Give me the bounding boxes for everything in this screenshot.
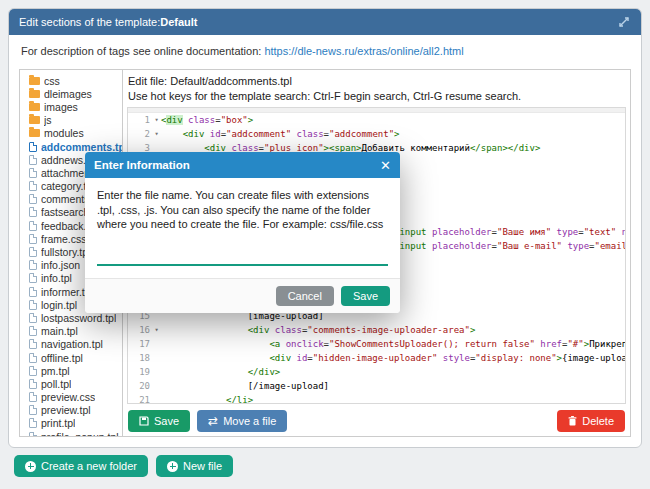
plus-circle-icon <box>167 461 178 472</box>
file-icon <box>29 234 37 244</box>
template-name: Default <box>160 16 197 28</box>
tree-item-css[interactable]: css <box>20 74 122 87</box>
tree-item-label: main.tpl <box>41 325 78 337</box>
code-text: <div class="comments-image-uploader-area… <box>161 323 625 337</box>
line-number: 18 <box>128 351 152 365</box>
fold-arrow-icon[interactable]: ▾ <box>152 113 161 127</box>
file-icon <box>29 181 37 191</box>
code-text: </li> <box>161 393 625 404</box>
fold-gutter <box>152 365 161 379</box>
file-icon <box>29 273 37 283</box>
documentation-note: For description of tags see online docum… <box>9 35 641 65</box>
modal-save-button[interactable]: Save <box>341 286 390 306</box>
modal-title: Enter Information <box>94 159 190 171</box>
file-icon <box>29 326 37 336</box>
folder-icon <box>29 129 40 137</box>
code-line-20: 20 [/image-upload] <box>128 379 625 393</box>
tree-item-label: preview.css <box>41 391 95 403</box>
tree-item-modules[interactable]: modules <box>20 127 122 140</box>
line-number: 20 <box>128 379 152 393</box>
line-number: 2 <box>128 127 152 141</box>
modal-footer: Cancel Save <box>85 278 400 313</box>
new-file-button[interactable]: New file <box>156 455 233 477</box>
tree-item-label: login.tpl <box>41 299 77 311</box>
file-icon <box>29 287 37 297</box>
file-icon <box>29 194 37 204</box>
fold-gutter <box>152 351 161 365</box>
plus-circle-icon <box>25 461 36 472</box>
tree-item-print.tpl[interactable]: print.tpl <box>20 417 122 430</box>
tree-item-label: info.json <box>41 259 80 271</box>
tree-item-label: frame.css <box>41 233 87 245</box>
code-line-16: 16▾ <div class="comments-image-uploader-… <box>128 323 625 337</box>
file-icon <box>29 313 37 323</box>
code-line-19: 19 </div> <box>128 365 625 379</box>
move-arrows-icon: ⇄ <box>208 416 218 426</box>
cancel-button[interactable]: Cancel <box>276 286 334 306</box>
modal-instructions: Enter the file name. You can create file… <box>97 188 388 232</box>
folder-icon <box>29 77 40 85</box>
footer-actions: Create a new folder New file <box>14 455 241 477</box>
code-text: <div class="box"> <box>161 113 625 127</box>
tree-item-preview.css[interactable]: preview.css <box>20 391 122 404</box>
fold-gutter <box>152 393 161 404</box>
create-folder-button[interactable]: Create a new folder <box>14 455 148 477</box>
doc-link[interactable]: https://dle-news.ru/extras/online/all2.h… <box>264 45 463 57</box>
tree-item-lostpassword.tpl[interactable]: lostpassword.tpl <box>20 311 122 324</box>
line-number: 21 <box>128 393 152 404</box>
delete-file-button[interactable]: Delete <box>557 410 625 432</box>
tree-item-label: profile_popup.tpl <box>41 431 119 436</box>
fold-arrow-icon[interactable]: ▾ <box>152 127 161 141</box>
save-file-button[interactable]: Save <box>128 410 190 432</box>
tree-item-dleimages[interactable]: dleimages <box>20 87 122 100</box>
file-icon <box>29 300 37 310</box>
hotkeys-note: Use hot keys for the template search: Ct… <box>123 87 630 104</box>
tree-item-label: images <box>44 101 78 113</box>
tree-item-js[interactable]: js <box>20 114 122 127</box>
tree-item-label: info.tpl <box>41 272 72 284</box>
card-header: Edit sections of the template: Default <box>9 9 641 35</box>
file-icon <box>29 221 37 231</box>
code-line-17: 17 <a onclick="ShowCommentsUploader(); r… <box>128 337 625 351</box>
tree-item-label: lostpassword.tpl <box>41 312 116 324</box>
tree-item-images[interactable]: images <box>20 100 122 113</box>
file-icon <box>29 366 37 376</box>
file-icon <box>29 418 37 428</box>
tree-item-navigation.tpl[interactable]: navigation.tpl <box>20 338 122 351</box>
folder-icon <box>29 116 40 124</box>
tree-item-label: js <box>44 114 52 126</box>
tree-item-label: modules <box>44 127 84 139</box>
tree-item-label: css <box>44 75 60 87</box>
file-icon <box>29 155 37 165</box>
line-number: 17 <box>128 337 152 351</box>
trash-icon <box>568 416 577 426</box>
tree-item-label: addcomments.tpl <box>41 141 122 153</box>
modal-body: Enter the file name. You can create file… <box>85 178 400 278</box>
tree-item-label: offline.tpl <box>41 352 83 364</box>
tree-item-pm.tpl[interactable]: pm.tpl <box>20 364 122 377</box>
tree-item-label: print.tpl <box>41 417 75 429</box>
tree-item-label: poll.tpl <box>41 378 71 390</box>
tree-item-profile_popup.tpl[interactable]: profile_popup.tpl <box>20 430 122 436</box>
expand-icon[interactable] <box>617 15 631 29</box>
file-icon <box>29 142 37 152</box>
tree-item-poll.tpl[interactable]: poll.tpl <box>20 377 122 390</box>
file-icon <box>29 207 37 217</box>
tree-item-main.tpl[interactable]: main.tpl <box>20 325 122 338</box>
close-icon[interactable]: ✕ <box>380 158 391 173</box>
tree-item-offline.tpl[interactable]: offline.tpl <box>20 351 122 364</box>
file-icon <box>29 353 37 363</box>
move-file-button[interactable]: ⇄ Move a file <box>197 410 287 432</box>
tree-item-preview.tpl[interactable]: preview.tpl <box>20 404 122 417</box>
file-icon <box>29 339 37 349</box>
file-icon <box>29 392 37 402</box>
fold-arrow-icon[interactable]: ▾ <box>152 323 161 337</box>
line-number: 1 <box>128 113 152 127</box>
file-icon <box>29 260 37 270</box>
template-editor-page: Edit sections of the template: Default F… <box>0 0 650 489</box>
file-name-input[interactable] <box>97 248 388 266</box>
code-text: [/image-upload] <box>161 379 625 393</box>
code-text: <div id="addcomment" class="addcomment"> <box>161 127 625 141</box>
enter-information-modal: Enter Information ✕ Enter the file name.… <box>85 152 400 313</box>
doc-note-text: For description of tags see online docum… <box>21 45 264 57</box>
